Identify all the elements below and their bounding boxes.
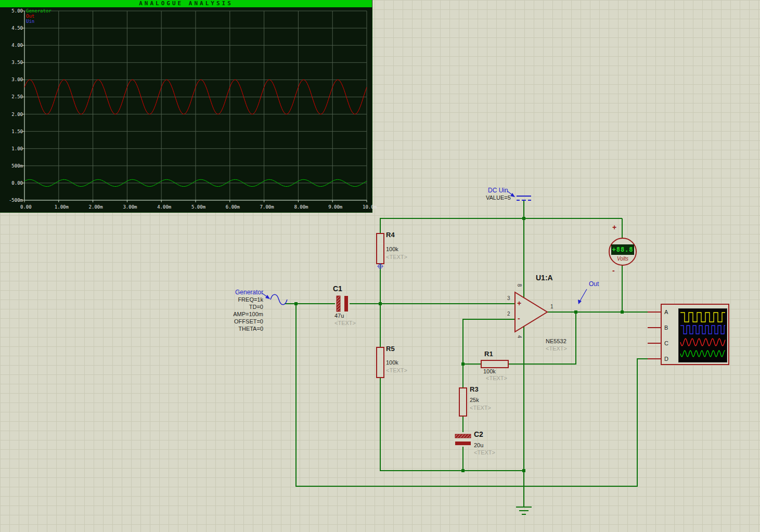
ground-symbol[interactable] (516, 507, 532, 514)
r5-ref-label: R5 (386, 345, 395, 353)
wires[interactable] (285, 201, 648, 507)
scope-pin-stubs[interactable] (648, 312, 661, 359)
dc-source-symbol[interactable] (508, 191, 531, 200)
junction-dot (461, 362, 465, 366)
opamp-pin4-number: 4 (517, 335, 522, 339)
y-axis-tick-label: 2.00 (1, 112, 23, 117)
resistor-r3[interactable] (459, 388, 467, 416)
x-axis-tick-label: 3.00m (123, 204, 146, 210)
opamp-minus-symbol: - (518, 314, 520, 322)
scope-channel-b-label: B (664, 325, 668, 331)
graph-title-bar[interactable]: ANALOGUE ANALYSIS (0, 0, 372, 7)
voltmeter-plus-label: + (612, 223, 616, 231)
y-axis-tick-label: 3.50 (1, 60, 23, 65)
junction-dot (574, 310, 577, 314)
scope-channel-c-label: C (664, 340, 668, 346)
x-axis-tick-label: 0.00 (20, 204, 43, 210)
legend-generator[interactable]: Generator (26, 8, 51, 14)
graph-plot-svg (0, 7, 372, 213)
y-axis-tick-label: 500m (1, 163, 23, 168)
generator-prop: FREQ=1k (217, 296, 263, 303)
voltmeter[interactable]: +88.8 Volts (609, 238, 637, 266)
wire-segment[interactable] (463, 319, 515, 471)
voltmeter-unit-label: Volts (610, 256, 636, 262)
legend-out[interactable]: Out (26, 14, 34, 19)
y-axis-tick-label: 1.50 (1, 129, 23, 134)
opamp-part-label: NE5532 (546, 338, 566, 344)
c1-value-label: 47u (334, 313, 344, 319)
x-axis-tick-label: 4.00m (157, 204, 180, 210)
scope-traces (679, 309, 727, 362)
opamp-pin3-number: 3 (507, 295, 510, 301)
schematic-canvas[interactable]: Generator FREQ=1k TD=0 AMP=100m OFFSET=0… (0, 0, 760, 532)
out-label-pointer[interactable] (578, 289, 587, 304)
y-axis-tick-label: 4.50 (1, 25, 23, 31)
c2-value-label: 20u (474, 442, 483, 448)
y-axis-tick-label: 4.00 (1, 43, 23, 48)
r3-ref-label: R3 (470, 385, 479, 393)
generator-prop: TD=0 (217, 303, 263, 310)
scope-channel-d-label: D (664, 356, 668, 362)
c2-text-label: <TEXT> (474, 449, 495, 456)
c2-ref-label: C2 (474, 430, 483, 438)
generator-symbol[interactable] (262, 293, 287, 305)
junction-dot (621, 310, 624, 314)
r4-text-label: <TEXT> (386, 254, 407, 260)
r4-value-label: 100k (386, 246, 398, 252)
y-axis-tick-label: 0.00 (1, 180, 23, 186)
x-axis-tick-label: 2.00m (89, 204, 112, 210)
x-axis-tick-label: 10.0m (363, 204, 385, 210)
c1-text-label: <TEXT> (334, 320, 356, 326)
r4-ref-label: R4 (386, 231, 395, 239)
wire-segment[interactable] (380, 218, 622, 471)
y-axis-tick-label: 1.00 (1, 146, 23, 151)
capacitor-c2[interactable] (454, 432, 472, 447)
out-wire-label[interactable]: Out (589, 280, 599, 288)
x-axis-tick-label: 8.00m (294, 204, 317, 210)
wire-segment[interactable] (296, 304, 648, 486)
oscilloscope[interactable]: A B C D (661, 304, 729, 365)
x-axis-tick-label: 1.00m (55, 204, 78, 210)
opamp-pin8-number: 8 (517, 284, 522, 287)
scope-screen (678, 308, 727, 362)
generator-prop: AMP=100m (217, 310, 263, 318)
resistor-r5[interactable] (377, 347, 384, 378)
y-axis-tick-label: 2.50 (1, 94, 23, 99)
y-axis-tick-label: 3.00 (1, 77, 23, 82)
junction-dot (522, 469, 525, 472)
generator-label-block[interactable]: Generator FREQ=1k TD=0 AMP=100m OFFSET=0… (217, 289, 263, 332)
y-axis-tick-label: -500m (1, 198, 23, 203)
analysis-graph-window[interactable]: ANALOGUE ANALYSIS Generator Out Uin 5.00… (0, 0, 372, 213)
opamp-pin1-number: 1 (550, 304, 553, 309)
r1-value-label: 100k (483, 368, 496, 374)
r5-text-label: <TEXT> (386, 367, 407, 373)
x-axis-tick-label: 9.00m (328, 204, 351, 210)
dc-source-name-label[interactable]: DC Uin (488, 187, 508, 194)
opamp-symbol[interactable] (515, 292, 547, 332)
r3-value-label: 25k (470, 397, 479, 403)
capacitor-c1[interactable] (335, 294, 350, 313)
opamp-pin2-number: 2 (507, 311, 510, 317)
y-axis-tick-label: 5.00 (1, 8, 23, 14)
opamp-ref-label: U1:A (536, 274, 553, 282)
voltmeter-display: +88.8 (611, 244, 634, 255)
opamp-plus-symbol: + (517, 299, 521, 307)
scope-channel-a-label: A (664, 309, 668, 315)
generator-prop: THETA=0 (217, 325, 263, 332)
r5-value-label: 100k (386, 359, 398, 366)
resistor-r1[interactable] (481, 360, 508, 368)
legend-uin[interactable]: Uin (26, 19, 34, 24)
generator-name-label[interactable]: Generator (217, 289, 263, 296)
r1-text-label: <TEXT> (486, 375, 507, 381)
x-axis-tick-label: 5.00m (191, 204, 214, 210)
generator-prop: OFFSET=0 (217, 318, 263, 325)
resistor-r4[interactable] (377, 233, 384, 264)
dc-source-value-label: VALUE=5 (486, 194, 511, 201)
opamp-text-label: <TEXT> (546, 345, 567, 352)
c1-ref-label: C1 (333, 284, 342, 293)
x-axis-tick-label: 7.00m (260, 204, 283, 210)
graph-plot-area[interactable]: Generator Out Uin 5.004.504.003.503.002.… (0, 7, 372, 213)
junction-dot (461, 469, 465, 472)
junction-dot (379, 302, 382, 305)
x-axis-tick-label: 6.00m (226, 204, 249, 210)
